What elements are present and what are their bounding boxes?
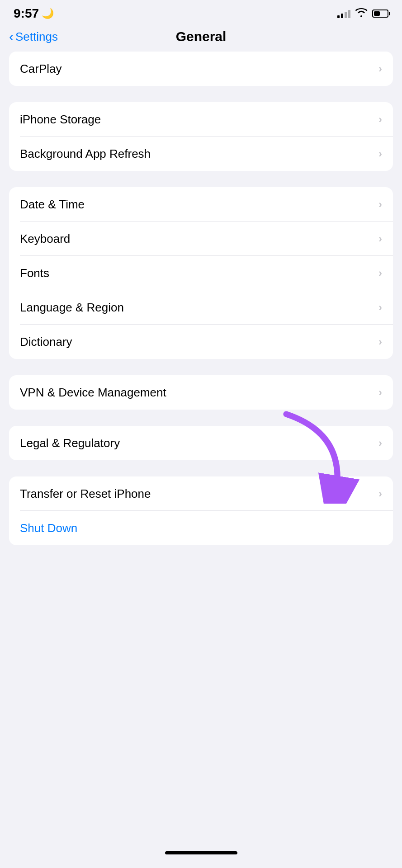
language-region-label: Language & Region xyxy=(20,301,124,315)
iphone-storage-row[interactable]: iPhone Storage › xyxy=(9,102,393,137)
dictionary-chevron-icon: › xyxy=(378,335,382,348)
status-icons xyxy=(337,8,388,19)
battery-icon xyxy=(372,9,388,18)
transfer-shutdown-group: Transfer or Reset iPhone › Shut Down xyxy=(9,476,393,545)
background-app-refresh-label: Background App Refresh xyxy=(20,147,151,161)
transfer-reset-label: Transfer or Reset iPhone xyxy=(20,487,151,501)
background-app-refresh-chevron-icon: › xyxy=(378,147,382,160)
storage-group: iPhone Storage › Background App Refresh … xyxy=(9,102,393,171)
bottom-section: Transfer or Reset iPhone › Shut Down xyxy=(9,476,393,545)
legal-chevron-icon: › xyxy=(378,437,382,449)
date-time-chevron-icon: › xyxy=(378,198,382,211)
carplay-row[interactable]: CarPlay › xyxy=(9,52,393,86)
carplay-group: CarPlay › xyxy=(9,52,393,86)
vpn-chevron-icon: › xyxy=(378,386,382,399)
time-label: 9:57 xyxy=(14,6,39,21)
battery-fill xyxy=(374,11,380,16)
dictionary-label: Dictionary xyxy=(20,335,72,349)
transfer-reset-chevron-icon: › xyxy=(378,487,382,500)
signal-bar-4 xyxy=(348,10,350,18)
back-chevron-icon: ‹ xyxy=(9,30,14,43)
status-bar: 9:57 🌙 xyxy=(0,0,402,24)
back-label: Settings xyxy=(15,30,58,44)
moon-icon: 🌙 xyxy=(42,8,54,19)
vpn-label: VPN & Device Management xyxy=(20,386,166,400)
keyboard-row[interactable]: Keyboard › xyxy=(9,222,393,256)
carplay-label: CarPlay xyxy=(20,62,61,76)
page-title: General xyxy=(176,29,227,44)
nav-header: ‹ Settings General xyxy=(0,24,402,52)
content-area: CarPlay › iPhone Storage › Background Ap… xyxy=(0,52,402,561)
vpn-group: VPN & Device Management › xyxy=(9,375,393,410)
keyboard-chevron-icon: › xyxy=(378,232,382,245)
back-button[interactable]: ‹ Settings xyxy=(9,30,58,44)
signal-bars-icon xyxy=(337,9,350,18)
legal-group: Legal & Regulatory › xyxy=(9,426,393,460)
fonts-label: Fonts xyxy=(20,266,49,280)
legal-label: Legal & Regulatory xyxy=(20,436,120,450)
keyboard-label: Keyboard xyxy=(20,232,70,246)
vpn-row[interactable]: VPN & Device Management › xyxy=(9,375,393,410)
home-indicator xyxy=(0,842,402,868)
spacer xyxy=(0,561,402,842)
carplay-chevron-icon: › xyxy=(378,62,382,75)
signal-bar-1 xyxy=(337,15,340,18)
locale-group: Date & Time › Keyboard › Fonts › Languag… xyxy=(9,187,393,359)
legal-row[interactable]: Legal & Regulatory › xyxy=(9,426,393,460)
signal-bar-2 xyxy=(341,14,343,18)
status-time: 9:57 🌙 xyxy=(14,6,54,21)
home-bar xyxy=(165,851,237,854)
iphone-storage-chevron-icon: › xyxy=(378,113,382,126)
shutdown-row[interactable]: Shut Down xyxy=(9,511,393,545)
wifi-icon xyxy=(355,8,368,19)
transfer-reset-row[interactable]: Transfer or Reset iPhone › xyxy=(9,476,393,511)
date-time-row[interactable]: Date & Time › xyxy=(9,187,393,222)
date-time-label: Date & Time xyxy=(20,198,85,212)
language-region-chevron-icon: › xyxy=(378,301,382,314)
background-app-refresh-row[interactable]: Background App Refresh › xyxy=(9,137,393,171)
iphone-storage-label: iPhone Storage xyxy=(20,113,101,127)
dictionary-row[interactable]: Dictionary › xyxy=(9,325,393,359)
language-region-row[interactable]: Language & Region › xyxy=(9,290,393,325)
signal-bar-3 xyxy=(345,12,347,18)
shutdown-label: Shut Down xyxy=(20,521,77,535)
fonts-row[interactable]: Fonts › xyxy=(9,256,393,290)
page-wrapper: 9:57 🌙 ‹ Sett xyxy=(0,0,402,868)
fonts-chevron-icon: › xyxy=(378,267,382,279)
